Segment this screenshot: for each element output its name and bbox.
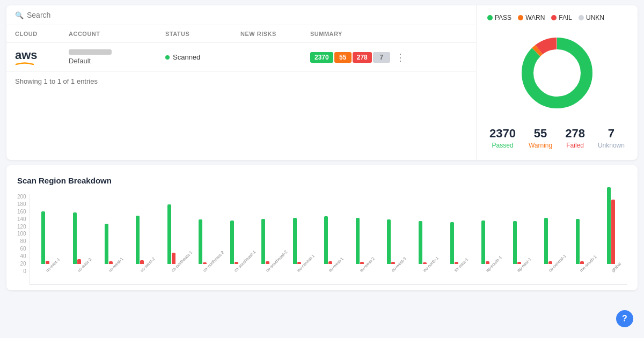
bar-red [328,261,332,264]
bars-container [293,194,301,264]
table-row: aws Default Scanned 2370 55 278 [6,43,476,72]
unkn-pill: 7 [373,52,390,63]
bar-red [140,260,144,264]
bar-green [481,221,485,264]
col-summary: SUMMARY [310,31,467,37]
bar-group: us-east-2 [61,194,93,274]
entries-text: Showing 1 to 1 of 1 entries [6,72,476,91]
bar-green [607,187,611,264]
bar-group: eu-west-1 [313,194,345,274]
bar-group: sa-east-1 [438,194,470,274]
y-20: 20 [20,261,26,267]
legend-unkn-label: UNKN [586,14,604,21]
bar-green [73,212,77,264]
bars-container [450,194,458,264]
bar-red [423,262,427,264]
search-bar: 🔍 [6,5,476,25]
legend-pass-label: PASS [495,14,511,21]
col-cloud: CLOUD [15,31,69,37]
bars-container [544,194,552,264]
bars-container [136,194,144,264]
y-axis: 200 180 160 140 120 100 80 60 40 20 0 [17,194,30,285]
bar-green [199,219,202,264]
bar-green [230,221,234,264]
bars-container [199,194,207,264]
bars-container [576,194,584,264]
bar-red [203,262,207,264]
bar-group: eu-west-3 [376,194,407,274]
bar-red [46,261,49,264]
donut-chart [514,30,600,116]
y-120: 120 [17,224,26,230]
y-0: 0 [23,268,26,274]
bars-container [261,194,269,264]
bar-green [356,218,360,264]
status-text: Scanned [173,53,200,61]
donut-svg [514,30,600,116]
stat-failed-label: Failed [566,142,584,149]
fail-pill: 278 [353,52,372,63]
stat-failed: 278 Failed [565,127,585,149]
aws-smile-icon [15,62,34,65]
legend-unkn-dot [579,15,584,20]
legend-pass: PASS [487,14,511,21]
legend-fail: FAIL [551,14,572,21]
bars-container [73,194,81,264]
bar-group: eu-west-2 [344,194,376,274]
y-40: 40 [20,253,26,259]
aws-logo: aws [15,49,69,65]
bar-group: ap-south-1 [470,194,501,274]
bar-red [455,262,458,264]
bar-red [297,262,301,264]
summary-pills: 2370 55 278 7 ⋮ [310,52,467,63]
y-180: 180 [17,201,26,207]
bar-red [77,259,81,264]
bars-container [607,194,615,264]
bar-green [419,221,422,264]
bar-group: us-east-1 [30,194,62,274]
table-header: CLOUD ACCOUNT STATUS NEW RISKS SUMMARY [6,25,476,43]
bar-red [580,261,584,264]
warn-pill: 55 [334,52,352,63]
bar-red [548,261,552,264]
bar-green [450,222,454,264]
stats-row: 2370 Passed 55 Warning 278 Failed 7 Unkn… [487,127,627,149]
legend-fail-label: FAIL [559,14,572,21]
stat-failed-value: 278 [565,127,585,141]
chart-section: Scan Region Breakdown 200 180 160 140 12… [6,165,638,290]
bar-group: ca-northeast-2 [187,194,218,274]
donut-panel: PASS WARN FAIL UNKN [477,5,638,160]
bars-container [324,194,332,264]
search-input[interactable] [27,11,134,19]
row-more-menu[interactable]: ⋮ [391,52,409,63]
legend: PASS WARN FAIL UNKN [487,14,604,21]
bar-red [486,261,489,264]
legend-warn-dot [518,15,523,20]
bars-container [41,194,49,264]
col-status: STATUS [165,31,240,37]
chart-bars: us-east-1us-east-2us-west-1us-west-2ca-n… [30,194,627,285]
bar-group: ca-southeast-2 [250,194,282,274]
bars-container [230,194,238,264]
account-id-blurred [69,49,112,55]
bar-group: eu-central-1 [281,194,313,274]
legend-pass-dot [487,15,493,20]
table-panel: 🔍 CLOUD ACCOUNT STATUS NEW RISKS SUMMARY… [6,5,477,160]
bar-red [266,261,269,264]
bar-green [136,216,140,264]
stat-unknown-label: Unknown [598,142,625,149]
bar-red [611,200,615,264]
donut-center [534,50,580,96]
account-name: Default [69,57,165,65]
bar-green [105,224,108,264]
col-account: ACCOUNT [69,31,165,37]
bar-green [513,221,517,264]
legend-warn: WARN [518,14,545,21]
bars-container [356,194,364,264]
bar-group: ca-central-1 [532,194,564,274]
bar-green [41,211,45,264]
legend-unkn: UNKN [579,14,604,21]
y-200: 200 [17,194,26,200]
bar-green [324,216,328,264]
bar-group: ap-east-1 [501,194,533,274]
